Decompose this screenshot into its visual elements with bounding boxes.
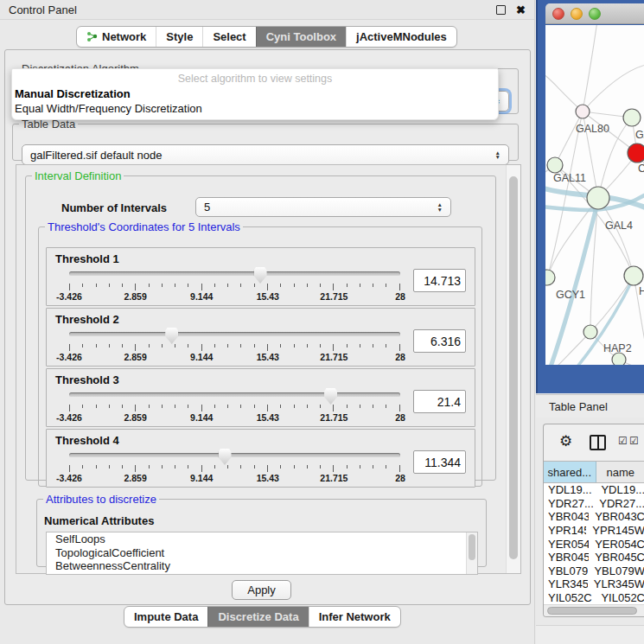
cell-name[interactable]: YLR345W	[588, 577, 644, 590]
cell-name[interactable]: YDL19...	[595, 483, 644, 496]
slider-track[interactable]	[69, 453, 400, 457]
tab-infer-network[interactable]: Infer Network	[309, 607, 400, 627]
node-partial-bottom[interactable]	[612, 353, 626, 365]
cell-shared-name[interactable]: YDL19...	[544, 483, 595, 496]
cell-shared-name[interactable]: YDR27...	[544, 497, 593, 510]
slider-thumb[interactable]	[324, 388, 337, 405]
node-selected-red[interactable]	[628, 143, 644, 163]
tick-label: 15.43	[257, 291, 279, 302]
cell-shared-name[interactable]: YER054C	[544, 538, 589, 551]
network-icon	[86, 31, 98, 42]
slider-thumb[interactable]	[254, 267, 267, 284]
tab-jactivemnodules[interactable]: jActiveMNodules	[346, 27, 456, 47]
cell-shared-name[interactable]: YIL052C	[544, 591, 595, 604]
node-gal80[interactable]	[576, 105, 590, 118]
zoom-traffic-light-icon[interactable]	[589, 8, 601, 20]
threshold-1-value[interactable]: 14.713	[413, 269, 466, 292]
list-scrollbar[interactable]	[466, 532, 477, 574]
cell-name[interactable]: YBL079W	[588, 564, 644, 577]
table-row[interactable]: YDL19...YDL19...	[544, 483, 644, 497]
tab-style[interactable]: Style	[156, 27, 202, 47]
attribute-list-item[interactable]: BetweennessCentrality	[47, 559, 477, 573]
close-icon[interactable]: ✖	[516, 4, 526, 16]
checkbox-icon[interactable]: ☑	[629, 435, 639, 447]
threshold-4-value[interactable]: 11.344	[413, 450, 466, 474]
table-row[interactable]: YER054CYER054C	[544, 537, 644, 551]
attribute-list-item[interactable]: TopologicalCoefficient	[47, 546, 477, 560]
cell-name[interactable]: YPR145W	[586, 524, 644, 537]
column-header-name[interactable]: name	[596, 462, 644, 482]
table-row[interactable]: YDR27...YDR27...	[544, 497, 644, 511]
tab-cyni-toolbox[interactable]: Cyni Toolbox	[256, 27, 346, 47]
node-hap2[interactable]	[583, 325, 597, 339]
node-gal4[interactable]	[587, 187, 609, 209]
algorithm-dropdown-popup: Select algorithm to view settings Manual…	[11, 68, 499, 120]
table-row[interactable]: YBR043CYBR043C	[544, 510, 644, 524]
tick-label: 9.144	[190, 352, 213, 362]
cell-shared-name[interactable]: YBR045C	[544, 551, 589, 564]
slider-track[interactable]	[69, 332, 400, 336]
slider-track[interactable]	[69, 271, 400, 276]
cell-shared-name[interactable]: YLR345W	[544, 577, 588, 590]
threshold-3-value[interactable]: 21.4	[413, 390, 466, 413]
settings-scrollbar-thumb[interactable]	[509, 176, 518, 559]
table-row[interactable]: YBL079WYBL079W	[544, 564, 644, 578]
node-partial-top-right[interactable]	[623, 109, 641, 126]
split-columns-icon[interactable]	[590, 435, 606, 450]
tab-impute-data[interactable]: Impute Data	[124, 607, 207, 627]
threshold-2-value[interactable]: 6.316	[413, 329, 466, 353]
settings-scrollbar[interactable]	[506, 165, 520, 573]
node-gcy1[interactable]	[545, 270, 555, 285]
cell-name[interactable]: YBR043C	[589, 510, 644, 523]
table-row[interactable]: YBR045CYBR045C	[544, 551, 644, 564]
node-gal11[interactable]	[547, 157, 563, 173]
tab-select[interactable]: Select	[202, 27, 255, 47]
tick-label: 21.715	[320, 352, 348, 362]
cell-shared-name[interactable]: YPR145W	[544, 524, 586, 537]
gear-icon[interactable]: ⚙	[559, 432, 572, 450]
cell-name[interactable]: YER054C	[589, 538, 644, 551]
threshold-4-slider[interactable]: -3.4262.8599.14415.4321.71528	[69, 448, 400, 482]
tick-label: 21.715	[320, 291, 348, 302]
minimize-traffic-light-icon[interactable]	[571, 8, 583, 20]
network-window-titlebar[interactable]	[545, 3, 644, 24]
slider-track[interactable]	[69, 392, 400, 397]
network-canvas[interactable]: GAL80 GA C GAL11 GAL4 GCY1 H HAP2	[545, 25, 644, 365]
threshold-1-slider[interactable]: -3.4262.8599.14415.4321.71528	[69, 266, 400, 301]
cell-name[interactable]: YIL052C	[595, 591, 644, 604]
cell-name[interactable]: YBR045C	[589, 551, 644, 564]
tick-label: 2.859	[124, 473, 146, 483]
tab-network[interactable]: Network	[77, 27, 156, 47]
apply-button[interactable]: Apply	[232, 580, 291, 600]
settings-scroll-viewport: Interval Definition Number of Intervals …	[16, 164, 521, 574]
slider-thumb[interactable]	[165, 328, 178, 344]
node-partial-right[interactable]	[624, 266, 643, 285]
tab-discretize-data[interactable]: Discretize Data	[207, 607, 308, 627]
checkbox-icon[interactable]: ☑	[618, 435, 628, 447]
close-traffic-light-icon[interactable]	[552, 8, 564, 20]
cell-shared-name[interactable]: YBR043C	[544, 510, 589, 523]
table-data-combobox[interactable]: galFiltered.sif default node ▲▼	[22, 144, 509, 165]
numerical-attributes-list[interactable]: SelfLoopsTopologicalCoefficientBetweenne…	[46, 532, 478, 575]
number-of-intervals-combobox[interactable]: 5 ▲▼	[195, 197, 451, 217]
float-window-icon[interactable]	[496, 5, 506, 15]
column-header-shared-name[interactable]: shared...	[544, 462, 596, 482]
tick-label: 2.859	[124, 291, 146, 302]
table-row[interactable]: YIL052CYIL052C	[544, 591, 644, 604]
horizontal-scrollbar-thumb[interactable]	[547, 607, 637, 615]
dropdown-option-equal-width[interactable]: Equal Width/Frequency Discretization	[15, 102, 498, 115]
threshold-2-panel: Threshold 2 -3.4262.8599.14415.4321.7152…	[46, 308, 475, 367]
number-of-intervals-label: Number of Intervals	[61, 201, 167, 214]
table-row[interactable]: YLR345WYLR345W	[544, 577, 644, 591]
cell-name[interactable]: YDR27...	[593, 497, 644, 510]
horizontal-scrollbar[interactable]	[544, 604, 644, 616]
slider-thumb[interactable]	[219, 449, 232, 465]
dropdown-option-manual[interactable]: Manual Discretization	[15, 87, 498, 100]
threshold-2-slider[interactable]: -3.4262.8599.14415.4321.71528	[69, 327, 400, 361]
list-scrollbar-thumb[interactable]	[469, 534, 475, 560]
threshold-3-slider[interactable]: -3.4262.8599.14415.4321.71528	[69, 387, 400, 422]
cell-shared-name[interactable]: YBL079W	[544, 564, 588, 577]
attribute-list-item[interactable]: SelfLoops	[47, 532, 477, 546]
table-row[interactable]: YPR145WYPR145W	[544, 524, 644, 538]
tick-label: -3.426	[56, 473, 82, 483]
